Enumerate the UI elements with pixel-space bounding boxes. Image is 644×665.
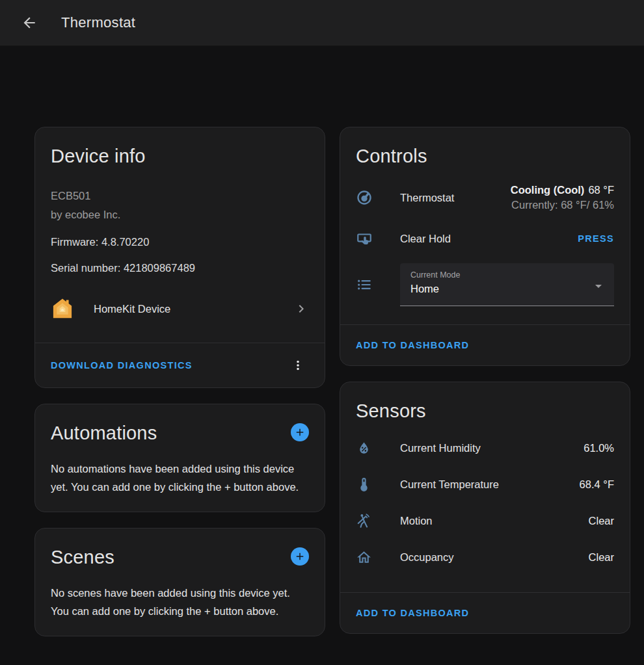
overflow-menu-button[interactable] (287, 354, 309, 376)
homekit-device-row[interactable]: HomeKit Device (51, 293, 309, 330)
thermostat-control-label[interactable]: Thermostat (400, 192, 511, 204)
controls-add-to-dashboard-button[interactable]: ADD TO DASHBOARD (356, 340, 469, 350)
right-column: Controls Thermostat Cooling (Cool)68 (340, 127, 630, 634)
sensors-title: Sensors (356, 400, 614, 422)
clear-hold-label: Clear Hold (400, 233, 578, 245)
clear-hold-row: Clear Hold PRESS (340, 220, 630, 257)
current-mode-select-value: Home (410, 283, 591, 295)
chevron-right-icon (293, 301, 309, 317)
thermostat-control-row: Thermostat Cooling (Cool)68 °F Currently… (340, 175, 630, 220)
sensor-value: 68.4 °F (580, 478, 614, 491)
sensor-value: 61.0% (584, 442, 614, 454)
device-firmware: Firmware: 4.8.70220 (51, 233, 309, 250)
sensor-value: Clear (589, 515, 614, 527)
arrow-left-icon (21, 14, 38, 31)
sensor-label[interactable]: Occupancy (400, 551, 589, 564)
homekit-device-label: HomeKit Device (94, 303, 293, 315)
scenes-card: Scenes No scenes have been added using t… (34, 528, 325, 636)
sensors-add-to-dashboard-button[interactable]: ADD TO DASHBOARD (356, 608, 469, 618)
current-mode-row: Current Mode Home (340, 257, 630, 313)
sensor-value: Clear (589, 551, 614, 564)
sensors-card: Sensors Current Humidity 61.0% Current T… (340, 382, 630, 634)
device-info-card: Device info ECB501 by ecobee Inc. Firmwa… (34, 127, 325, 388)
thermostat-state-block: Cooling (Cool)68 °F Currently: 68 °F/ 61… (511, 184, 614, 211)
automations-empty-text: No automations have been added using thi… (51, 460, 309, 496)
device-manufacturer: by ecobee Inc. (51, 205, 309, 224)
app-header: Thermostat (0, 0, 644, 46)
scenes-title: Scenes (51, 547, 114, 568)
plus-icon (294, 426, 306, 438)
motion-icon (356, 513, 373, 529)
sensor-row-motion: Motion Clear (340, 502, 630, 539)
automations-title: Automations (51, 423, 157, 444)
thermostat-target-temp: 68 °F (588, 184, 614, 196)
sensor-row-temperature: Current Temperature 68.4 °F (340, 466, 630, 502)
occupancy-icon (356, 549, 373, 566)
back-button[interactable] (17, 10, 42, 35)
plus-icon (294, 551, 306, 562)
device-serial: Serial number: 421809867489 (51, 259, 309, 276)
thermostat-currently: Currently: 68 °F/ 61% (511, 199, 614, 211)
left-column: Device info ECB501 by ecobee Inc. Firmwa… (34, 127, 325, 636)
sensor-row-occupancy: Occupancy Clear (340, 539, 630, 575)
device-model: ECB501 (51, 187, 309, 205)
sensor-row-humidity: Current Humidity 61.0% (340, 430, 630, 466)
humidity-icon (356, 440, 373, 456)
sensor-label[interactable]: Current Humidity (400, 442, 584, 454)
homekit-icon (51, 297, 74, 320)
current-mode-select[interactable]: Current Mode Home (400, 263, 614, 306)
controls-title: Controls (356, 146, 614, 167)
sensor-label[interactable]: Motion (400, 515, 589, 527)
list-bulleted-icon (356, 276, 373, 293)
controls-card: Controls Thermostat Cooling (Cool)68 (340, 127, 630, 366)
device-info-title: Device info (51, 146, 309, 167)
thermostat-dial-icon (356, 189, 373, 206)
thermometer-icon (356, 476, 373, 493)
press-button[interactable]: PRESS (578, 233, 614, 244)
current-mode-select-label: Current Mode (410, 270, 591, 280)
automations-card: Automations No automations have been add… (34, 404, 325, 512)
add-automation-button[interactable] (291, 423, 309, 441)
sensor-label[interactable]: Current Temperature (400, 478, 580, 491)
dots-vertical-icon (291, 358, 305, 372)
page-title: Thermostat (61, 14, 135, 31)
add-scene-button[interactable] (291, 547, 309, 566)
thermostat-state: Cooling (Cool) (511, 184, 585, 196)
download-diagnostics-button[interactable]: DOWNLOAD DIAGNOSTICS (51, 360, 193, 371)
dropdown-caret-icon (591, 278, 606, 294)
gesture-tap-icon (356, 230, 373, 247)
device-page-content: Device info ECB501 by ecobee Inc. Firmwa… (34, 127, 630, 636)
scenes-empty-text: No scenes have been added using this dev… (51, 584, 309, 620)
